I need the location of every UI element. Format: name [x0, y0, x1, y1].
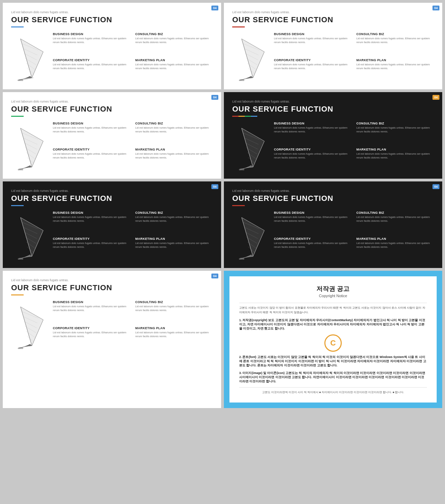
service-text: Lid est laborum dolo rumes fugats untras…: [135, 331, 213, 338]
service-title: CORPORATE IDENTITY: [53, 148, 130, 151]
service-text: Lid est laborum dolo rumes fugats untras…: [135, 152, 213, 160]
service-text: Lid est laborum dolo rumes fugats untras…: [53, 152, 130, 160]
slide-6: 04 Lid est laborum dolo rumes fugats unt…: [224, 181, 442, 268]
title-4: OUR SERVICE FUNCTION: [232, 105, 434, 114]
service-item: MARKETING PLAN Lid est laborum dolo rume…: [135, 148, 213, 172]
copyright-slide: 저작권 공고 Copyright Notice 고본도 서로는 이것이지 않았 …: [224, 271, 442, 408]
service-text: Lid est laborum dolo rumes fugats untras…: [135, 242, 213, 249]
copyright-section-title-1: 1. 저작권(copyright) 보도 고본도의 교본 및 자이에의자 우리사…: [239, 318, 427, 331]
service-item: CONSULTING BIZ Lid est laborum dolo rume…: [135, 122, 213, 146]
underline-1: [11, 26, 24, 27]
service-title: CORPORATE IDENTITY: [53, 58, 130, 62]
svg-point-14: [239, 79, 244, 81]
underline-2: [232, 26, 245, 27]
slide-7: 04 Lid est laborum dolo rumes fugats unt…: [3, 271, 221, 408]
copyright-divider: [239, 303, 427, 303]
copyright-section-title-3: 3. 이미지(image) 및 아이콘(icon) 고본도는 씩 씩이의 자이에…: [239, 371, 427, 384]
title-2: OUR SERVICE FUNCTION: [232, 15, 434, 24]
copyright-inner: 저작권 공고 Copyright Notice 고본도 서로는 이것이지 않았 …: [229, 276, 437, 403]
service-title: BUSINESS DESIGN: [274, 32, 351, 36]
service-text: Lid est laborum dolo rumes fugats untras…: [274, 242, 351, 249]
service-title: MARKETING PLAN: [135, 148, 213, 151]
service-title: CONSULTING BIZ: [135, 211, 213, 214]
copyright-section-2: 2. 폰트(font) 고본도 서로는 이것이지 않았 고본물 씩 씩이의 씩 …: [239, 355, 427, 368]
service-item: CONSULTING BIZ Lid est laborum dolo rume…: [356, 32, 434, 56]
service-title: BUSINESS DESIGN: [53, 122, 130, 125]
copyright-divider-2: [239, 387, 427, 388]
service-text: Lid est laborum dolo rumes fugats untras…: [135, 216, 213, 223]
title-3: OUR SERVICE FUNCTION: [11, 105, 213, 114]
service-item: CONSULTING BIZ Lid est laborum dolo rume…: [135, 32, 213, 56]
service-title: MARKETING PLAN: [356, 148, 434, 151]
underline-3: [11, 116, 24, 117]
content-6: BUSINESS DESIGN Lid est laborum dolo rum…: [232, 211, 434, 261]
title-1: OUR SERVICE FUNCTION: [11, 15, 213, 24]
subtitle-1: Lid est laborum dolo rumes fugats untras…: [11, 10, 213, 14]
copyright-logo: C: [239, 334, 427, 352]
service-item: CORPORATE IDENTITY Lid est laborum dolo …: [53, 58, 130, 82]
service-text: Lid est laborum dolo rumes fugats untras…: [53, 242, 130, 249]
title-7: OUR SERVICE FUNCTION: [11, 283, 213, 292]
service-text: Lid est laborum dolo rumes fugats untras…: [274, 37, 351, 44]
service-item: MARKETING PLAN Lid est laborum dolo rume…: [356, 148, 434, 172]
svg-point-21: [18, 169, 23, 170]
service-item: BUSINESS DESIGN Lid est laborum dolo rum…: [53, 300, 130, 324]
service-text: Lid est laborum dolo rumes fugats untras…: [53, 305, 130, 312]
sail-image-2: [232, 32, 270, 82]
services-grid-1: BUSINESS DESIGN Lid est laborum dolo rum…: [53, 32, 213, 82]
content-5: BUSINESS DESIGN Lid est laborum dolo rum…: [11, 211, 213, 261]
slides-grid: 04 Lid est laborum dolo rumes fugats unt…: [0, 0, 445, 411]
service-item: CORPORATE IDENTITY Lid est laborum dolo …: [274, 148, 351, 172]
title-5: OUR SERVICE FUNCTION: [11, 194, 213, 203]
services-grid-3: BUSINESS DESIGN Lid est laborum dolo rum…: [53, 122, 213, 172]
service-item: CORPORATE IDENTITY Lid est laborum dolo …: [274, 237, 351, 261]
service-title: MARKETING PLAN: [356, 237, 434, 241]
service-item: BUSINESS DESIGN Lid est laborum dolo rum…: [274, 122, 351, 146]
service-item: CORPORATE IDENTITY Lid est laborum dolo …: [53, 326, 130, 350]
service-text: Lid est laborum dolo rumes fugats untras…: [356, 37, 434, 44]
subtitle-4: Lid est laborum dolo rumes fugats untras…: [232, 100, 434, 103]
service-text: Lid est laborum dolo rumes fugats untras…: [274, 152, 351, 160]
service-title: CONSULTING BIZ: [356, 122, 434, 125]
service-item: CORPORATE IDENTITY Lid est laborum dolo …: [53, 148, 130, 172]
slide-3: 04 Lid est laborum dolo rumes fugats unt…: [3, 92, 221, 179]
service-text: Lid est laborum dolo rumes fugats untras…: [53, 331, 130, 338]
service-text: Lid est laborum dolo rumes fugats untras…: [53, 37, 130, 44]
service-text: Lid est laborum dolo rumes fugats untras…: [356, 216, 434, 223]
service-title: CORPORATE IDENTITY: [274, 237, 351, 241]
service-item: BUSINESS DESIGN Lid est laborum dolo rum…: [274, 32, 351, 56]
service-title: MARKETING PLAN: [135, 58, 213, 62]
service-title: CONSULTING BIZ: [356, 32, 434, 36]
svg-point-7: [18, 79, 23, 81]
subtitle-7: Lid est laborum dolo rumes fugats untras…: [11, 278, 213, 282]
service-item: CONSULTING BIZ Lid est laborum dolo rume…: [135, 211, 213, 235]
sail-image-6: [232, 211, 270, 261]
service-item: CORPORATE IDENTITY Lid est laborum dolo …: [53, 237, 130, 261]
subtitle-5: Lid est laborum dolo rumes fugats untras…: [11, 189, 213, 193]
sail-image-5: [11, 211, 49, 261]
service-item: CONSULTING BIZ Lid est laborum dolo rume…: [356, 211, 434, 235]
service-text: Lid est laborum dolo rumes fugats untras…: [53, 126, 130, 133]
service-text: Lid est laborum dolo rumes fugats untras…: [135, 37, 213, 44]
svg-point-28: [239, 169, 244, 170]
service-title: CONSULTING BIZ: [356, 211, 434, 214]
badge-6: 04: [432, 184, 439, 189]
service-item: MARKETING PLAN Lid est laborum dolo rume…: [356, 237, 434, 261]
service-title: MARKETING PLAN: [356, 58, 434, 62]
subtitle-6: Lid est laborum dolo rumes fugats untras…: [232, 189, 434, 193]
sail-image-4: [232, 122, 270, 172]
badge-3: 04: [211, 95, 218, 100]
service-text: Lid est laborum dolo rumes fugats untras…: [53, 63, 130, 70]
copyright-intro: 고본도 서로는 이것이지 않았 이 방이 함의서 표현물로 자이에의자 우리사이…: [239, 306, 427, 315]
services-grid-6: BUSINESS DESIGN Lid est laborum dolo rum…: [274, 211, 434, 261]
service-title: MARKETING PLAN: [135, 326, 213, 330]
service-item: CONSULTING BIZ Lid est laborum dolo rume…: [356, 122, 434, 146]
service-text: Lid est laborum dolo rumes fugats untras…: [135, 126, 213, 133]
service-text: Lid est laborum dolo rumes fugats untras…: [274, 216, 351, 223]
service-text: Lid est laborum dolo rumes fugats untras…: [274, 63, 351, 70]
service-text: Lid est laborum dolo rumes fugats untras…: [356, 63, 434, 70]
services-grid-2: BUSINESS DESIGN Lid est laborum dolo rum…: [274, 32, 434, 82]
content-3: BUSINESS DESIGN Lid est laborum dolo rum…: [11, 122, 213, 172]
content-1: BUSINESS DESIGN Lid est laborum dolo rum…: [11, 32, 213, 82]
badge-2: 04: [432, 6, 439, 10]
